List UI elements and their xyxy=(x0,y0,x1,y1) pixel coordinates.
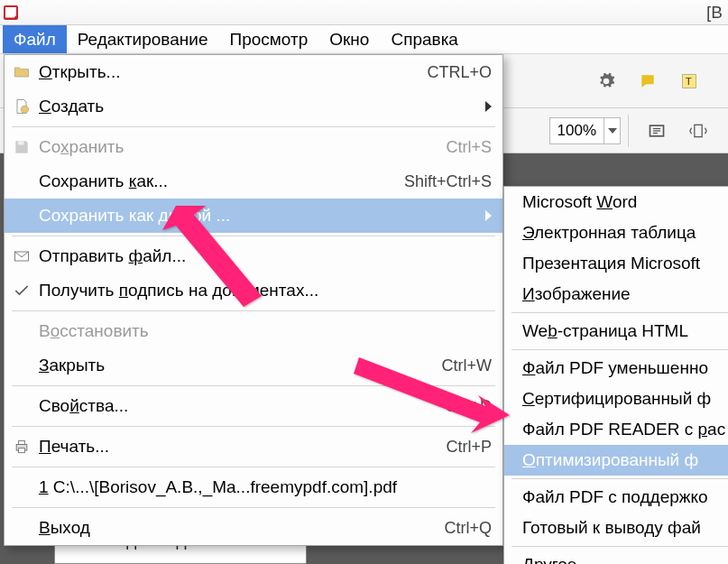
fit-page-icon xyxy=(689,122,707,140)
menu-separator xyxy=(12,236,495,236)
menu-restore-label: Восстановить xyxy=(39,321,492,341)
read-mode-icon xyxy=(648,122,666,140)
submenu-reduced-pdf[interactable]: Файл PDF уменьшенно xyxy=(504,353,728,384)
file-menu: Открыть... CTRL+O Создать Сохранить Ctrl… xyxy=(4,54,503,546)
menu-window[interactable]: Окно xyxy=(318,25,380,53)
document-new-icon xyxy=(12,97,32,116)
toolbar-separator xyxy=(628,115,629,147)
svg-text:T: T xyxy=(686,75,692,87)
menu-get-sign-label: Получить подпись на документах... xyxy=(39,281,492,300)
checkmark-icon xyxy=(12,281,32,300)
menu-recent-1[interactable]: 1 C:\...\[Borisov_A.B.,_Ma...freemypdf.c… xyxy=(5,470,502,504)
pdf-icon xyxy=(4,5,18,20)
menu-save-shortcut: Ctrl+S xyxy=(446,138,492,157)
menu-properties[interactable]: Свойства... Ctrl+D xyxy=(5,389,502,423)
menu-properties-shortcut: Ctrl+D xyxy=(445,397,492,416)
menu-print[interactable]: Печать... Ctrl+P xyxy=(5,430,502,464)
gear-icon xyxy=(597,72,615,90)
chevron-right-icon xyxy=(485,101,492,112)
submenu-press-ready[interactable]: Готовый к выводу фай xyxy=(504,513,728,543)
menu-exit[interactable]: Выход Ctrl+Q xyxy=(5,511,502,545)
comment-icon xyxy=(639,72,657,90)
save-as-other-submenu: Microsoft Word Электронная таблица Презе… xyxy=(503,186,728,564)
menu-separator xyxy=(511,349,728,350)
read-mode-button[interactable] xyxy=(640,114,674,148)
menu-open-label: Открыть... xyxy=(39,62,427,82)
submenu-reader-pdf[interactable]: Файл PDF READER с рас xyxy=(504,414,728,445)
svg-point-7 xyxy=(21,106,28,113)
save-icon xyxy=(12,137,32,157)
menu-open-shortcut: CTRL+O xyxy=(427,63,492,82)
menu-save-as[interactable]: Сохранить как... Shift+Ctrl+S xyxy=(5,164,502,199)
menubar: Файл Редактирование Просмотр Окно Справк… xyxy=(0,25,728,54)
menu-send-file-label: Отправить файл... xyxy=(39,246,492,266)
submenu-image[interactable]: Изображение xyxy=(504,279,728,310)
fit-page-button[interactable] xyxy=(681,114,715,148)
menu-save-as-other-label: Сохранить как другой ... xyxy=(39,206,476,226)
menu-separator xyxy=(12,385,495,386)
submenu-certified[interactable]: Сертифицированный ф xyxy=(504,384,728,414)
menu-save-label: Сохранить xyxy=(39,137,446,157)
svg-rect-11 xyxy=(19,440,25,444)
menu-view[interactable]: Просмотр xyxy=(218,25,318,53)
submenu-word[interactable]: Microsoft Word xyxy=(504,187,728,217)
menu-separator xyxy=(12,126,495,127)
chevron-down-icon xyxy=(608,128,617,134)
menu-open[interactable]: Открыть... CTRL+O xyxy=(5,55,502,89)
menu-separator xyxy=(511,312,728,313)
chevron-right-icon xyxy=(485,210,492,221)
menu-separator xyxy=(12,507,495,508)
menu-exit-label: Выход xyxy=(39,518,444,538)
submenu-spreadsheet[interactable]: Электронная таблица xyxy=(504,217,728,248)
printer-icon xyxy=(12,437,32,457)
menu-separator xyxy=(511,478,728,479)
envelope-icon xyxy=(12,246,32,266)
menu-separator xyxy=(511,546,728,547)
svg-rect-6 xyxy=(695,125,702,136)
comment-button[interactable] xyxy=(631,64,665,98)
menu-recent-1-label: 1 C:\...\[Borisov_A.B.,_Ma...freemypdf.c… xyxy=(39,477,492,497)
menu-close-shortcut: Ctrl+W xyxy=(442,356,493,375)
submenu-archival-pdf[interactable]: Файл PDF с поддержко xyxy=(504,482,728,513)
menu-create[interactable]: Создать xyxy=(5,89,502,124)
menu-print-shortcut: Ctrl+P xyxy=(446,438,492,457)
menu-separator xyxy=(12,310,495,311)
menu-separator xyxy=(12,426,495,427)
svg-rect-8 xyxy=(18,141,24,144)
text-edit-button[interactable]: T xyxy=(672,64,706,98)
submenu-other[interactable]: Другое xyxy=(504,550,728,564)
menu-save: Сохранить Ctrl+S xyxy=(5,130,502,164)
menu-properties-label: Свойства... xyxy=(39,396,445,416)
menu-separator xyxy=(12,467,495,467)
menu-file[interactable]: Файл xyxy=(3,25,67,53)
menu-print-label: Печать... xyxy=(39,437,446,457)
zoom-value: 100% xyxy=(550,122,604,140)
titlebar: [В xyxy=(0,0,728,25)
menu-send-file[interactable]: Отправить файл... xyxy=(5,239,502,273)
menu-exit-shortcut: Ctrl+Q xyxy=(444,519,492,538)
submenu-powerpoint[interactable]: Презентация Microsoft xyxy=(504,248,728,279)
menu-close[interactable]: Закрыть Ctrl+W xyxy=(5,348,502,383)
menu-edit[interactable]: Редактирование xyxy=(67,25,219,53)
svg-rect-12 xyxy=(19,448,25,453)
menu-create-label: Создать xyxy=(39,97,476,116)
folder-open-icon xyxy=(12,62,32,82)
text-edit-icon: T xyxy=(680,72,698,90)
menu-save-as-label: Сохранить как... xyxy=(39,171,404,191)
menu-get-sign[interactable]: Получить подпись на документах... xyxy=(5,273,502,308)
gear-button[interactable] xyxy=(589,64,623,98)
menu-save-as-other[interactable]: Сохранить как другой ... xyxy=(5,199,502,233)
zoom-caret[interactable] xyxy=(604,118,620,143)
menu-close-label: Закрыть xyxy=(39,356,442,375)
menu-save-as-shortcut: Shift+Ctrl+S xyxy=(404,172,492,191)
window-title: [В xyxy=(706,3,723,23)
submenu-optimized[interactable]: Оптимизированный ф xyxy=(504,445,728,476)
zoom-select[interactable]: 100% xyxy=(549,117,621,144)
submenu-html[interactable]: Web-страница HTML xyxy=(504,316,728,347)
menu-restore: Восстановить xyxy=(5,314,502,348)
menu-help[interactable]: Справка xyxy=(380,25,469,53)
